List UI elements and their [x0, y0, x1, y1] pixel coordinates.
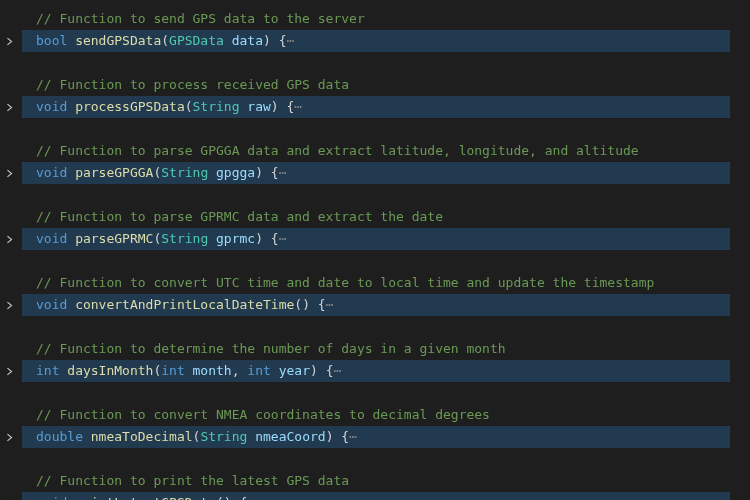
comment-text: // Function to convert NMEA coordinates … [36, 404, 490, 426]
fold-chevron-icon[interactable] [4, 366, 18, 377]
return-type: void [36, 165, 67, 180]
param-type: int [247, 363, 270, 378]
return-type: void [36, 495, 67, 500]
close-paren: ) [263, 33, 271, 48]
function-name: processGPSData [75, 99, 185, 114]
open-brace: { [341, 429, 349, 444]
return-type: void [36, 297, 67, 312]
close-paren: ) [271, 99, 279, 114]
fold-chevron-icon[interactable] [4, 234, 18, 245]
comment-line: // Function to determine the number of d… [0, 338, 750, 360]
comment-line: // Function to print the latest GPS data [0, 470, 750, 492]
param-type: String [200, 429, 247, 444]
fold-ellipsis-icon[interactable]: ⋯ [279, 165, 287, 180]
open-paren: ( [161, 33, 169, 48]
param-type: int [161, 363, 184, 378]
blank-line [0, 52, 750, 74]
param-separator: , [232, 363, 248, 378]
close-paren: ) [255, 231, 263, 246]
comment-text: // Function to parse GPGGA data and extr… [36, 140, 639, 162]
return-type: int [36, 363, 59, 378]
blank-line [0, 382, 750, 404]
comment-text: // Function to send GPS data to the serv… [36, 8, 365, 30]
fold-chevron-icon[interactable] [4, 36, 18, 47]
open-paren: ( [294, 297, 302, 312]
open-brace: { [271, 231, 279, 246]
function-signature[interactable]: void parseGPGGA(String gpgga) {⋯ [0, 162, 750, 184]
param-name: raw [247, 99, 270, 114]
function-signature[interactable]: int daysInMonth(int month, int year) {⋯ [0, 360, 750, 382]
function-name: daysInMonth [67, 363, 153, 378]
fold-chevron-icon[interactable] [4, 300, 18, 311]
function-signature[interactable]: void convertAndPrintLocalDateTime() {⋯ [0, 294, 750, 316]
fold-ellipsis-icon[interactable]: ⋯ [294, 99, 302, 114]
close-paren: ) [326, 429, 334, 444]
fold-ellipsis-icon[interactable]: ⋯ [286, 33, 294, 48]
function-signature[interactable]: void printLatestGPSData() {⋯ [0, 492, 750, 500]
blank-line [0, 250, 750, 272]
fold-chevron-icon[interactable] [4, 168, 18, 179]
folded-region-highlight: double nmeaToDecimal(String nmeaCoord) {… [22, 426, 730, 448]
return-type: void [36, 99, 67, 114]
param-name: month [193, 363, 232, 378]
code-editor[interactable]: // Function to send GPS data to the serv… [0, 0, 750, 500]
blank-line [0, 448, 750, 470]
return-type: void [36, 231, 67, 246]
param-name: gprmc [216, 231, 255, 246]
function-signature[interactable]: double nmeaToDecimal(String nmeaCoord) {… [0, 426, 750, 448]
function-name: nmeaToDecimal [91, 429, 193, 444]
function-name: convertAndPrintLocalDateTime [75, 297, 294, 312]
comment-line: // Function to parse GPRMC data and extr… [0, 206, 750, 228]
folded-region-highlight: int daysInMonth(int month, int year) {⋯ [22, 360, 730, 382]
param-type: String [193, 99, 240, 114]
param-name: nmeaCoord [255, 429, 325, 444]
open-paren: ( [216, 495, 224, 500]
function-name: parseGPGGA [75, 165, 153, 180]
function-name: sendGPSData [75, 33, 161, 48]
comment-line: // Function to convert UTC time and date… [0, 272, 750, 294]
close-paren: ) [302, 297, 310, 312]
folded-region-highlight: void processGPSData(String raw) {⋯ [22, 96, 730, 118]
open-brace: { [318, 297, 326, 312]
comment-text: // Function to determine the number of d… [36, 338, 506, 360]
comment-line: // Function to send GPS data to the serv… [0, 8, 750, 30]
folded-region-highlight: void parseGPGGA(String gpgga) {⋯ [22, 162, 730, 184]
function-name: printLatestGPSData [75, 495, 216, 500]
comment-line: // Function to parse GPGGA data and extr… [0, 140, 750, 162]
open-brace: { [271, 165, 279, 180]
return-type: bool [36, 33, 67, 48]
param-type: GPSData [169, 33, 224, 48]
fold-chevron-icon[interactable] [4, 102, 18, 113]
close-paren: ) [224, 495, 232, 500]
blank-line [0, 184, 750, 206]
folded-region-highlight: bool sendGPSData(GPSData data) {⋯ [22, 30, 730, 52]
param-name: year [279, 363, 310, 378]
function-name: parseGPRMC [75, 231, 153, 246]
blank-line [0, 118, 750, 140]
function-signature[interactable]: bool sendGPSData(GPSData data) {⋯ [0, 30, 750, 52]
close-paren: ) [310, 363, 318, 378]
comment-line: // Function to process received GPS data [0, 74, 750, 96]
param-type: String [161, 231, 208, 246]
param-type: String [161, 165, 208, 180]
comment-text: // Function to print the latest GPS data [36, 470, 349, 492]
close-paren: ) [255, 165, 263, 180]
function-signature[interactable]: void processGPSData(String raw) {⋯ [0, 96, 750, 118]
function-signature[interactable]: void parseGPRMC(String gprmc) {⋯ [0, 228, 750, 250]
fold-ellipsis-icon[interactable]: ⋯ [326, 297, 334, 312]
fold-ellipsis-icon[interactable]: ⋯ [279, 231, 287, 246]
fold-ellipsis-icon[interactable]: ⋯ [349, 429, 357, 444]
comment-text: // Function to parse GPRMC data and extr… [36, 206, 443, 228]
folded-region-highlight: void printLatestGPSData() {⋯ [22, 492, 730, 500]
comment-text: // Function to convert UTC time and date… [36, 272, 654, 294]
param-name: data [232, 33, 263, 48]
folded-region-highlight: void convertAndPrintLocalDateTime() {⋯ [22, 294, 730, 316]
return-type: double [36, 429, 83, 444]
param-name: gpgga [216, 165, 255, 180]
fold-ellipsis-icon[interactable]: ⋯ [333, 363, 341, 378]
open-paren: ( [185, 99, 193, 114]
fold-chevron-icon[interactable] [4, 432, 18, 443]
comment-text: // Function to process received GPS data [36, 74, 349, 96]
fold-ellipsis-icon[interactable]: ⋯ [247, 495, 255, 500]
folded-region-highlight: void parseGPRMC(String gprmc) {⋯ [22, 228, 730, 250]
